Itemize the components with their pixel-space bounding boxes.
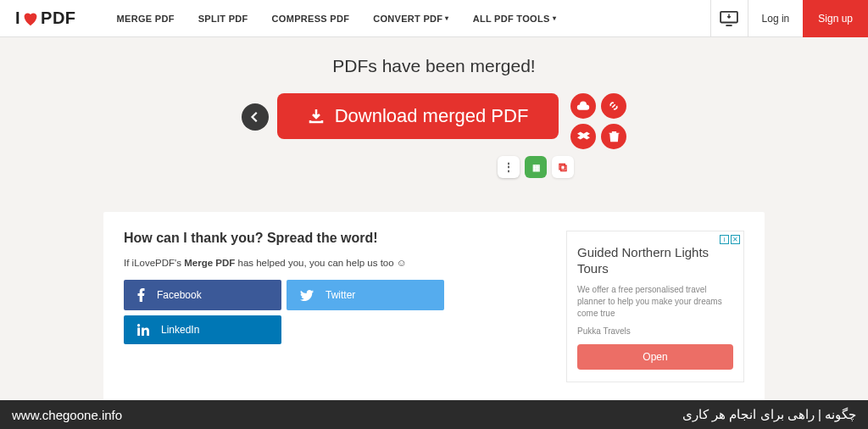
ad-info-icon: i [720, 235, 729, 244]
logo-text-left: I [15, 8, 20, 28]
chevron-down-icon: ▾ [553, 14, 556, 22]
logo-text-right: PDF [41, 8, 76, 28]
card-text: If iLovePDF's Merge PDF has helped you, … [124, 258, 549, 268]
download-button[interactable]: Download merged PDF [277, 93, 559, 139]
ad-title[interactable]: Guided Northern Lights Tours [577, 245, 733, 277]
facebook-icon [137, 288, 145, 302]
page-title: PDFs have been merged! [0, 56, 868, 76]
small-actions: ⋮ ▦ ⧉ [203, 156, 868, 178]
footer: www.chegoone.info چگونه | راهی برای انجا… [0, 400, 868, 429]
ad-description: We offer a free personalised travel plan… [577, 284, 733, 320]
desktop-app-button[interactable] [710, 0, 748, 37]
ad-open-button[interactable]: Open [577, 344, 733, 370]
signup-button[interactable]: Sign up [803, 0, 868, 37]
ad-brand: Pukka Travels [577, 326, 733, 336]
more-options-button[interactable]: ⋮ [498, 156, 520, 178]
link-icon [608, 100, 620, 112]
dropbox-icon [577, 131, 590, 142]
monitor-download-icon [720, 11, 738, 26]
download-label: Download merged PDF [335, 105, 529, 127]
linkedin-icon [137, 324, 149, 336]
facebook-share-button[interactable]: Facebook [124, 280, 281, 310]
card-left: How can I thank you? Spread the word! If… [124, 231, 549, 382]
logo[interactable]: I PDF [0, 8, 92, 28]
chevron-down-icon: ▾ [445, 14, 448, 22]
action-row: Download merged PDF [0, 93, 868, 149]
main: PDFs have been merged! Download merged P… [0, 37, 868, 401]
footer-url: www.chegoone.info [12, 408, 122, 422]
header: I PDF MERGE PDF SPLIT PDF COMPRESS PDF C… [0, 0, 868, 37]
thank-you-card: How can I thank you? Spread the word! If… [103, 212, 765, 401]
linkedin-share-button[interactable]: LinkedIn [124, 315, 281, 344]
login-button[interactable]: Log in [748, 0, 804, 37]
download-icon [308, 108, 325, 125]
twitter-share-button[interactable]: Twitter [287, 280, 444, 310]
ad-badge[interactable]: i✕ [720, 235, 740, 244]
back-button[interactable] [242, 103, 269, 131]
nav-all-tools[interactable]: ALL PDF TOOLS▾ [473, 14, 556, 24]
dropbox-button[interactable] [570, 124, 596, 149]
twitter-icon [300, 290, 314, 301]
copy-button[interactable]: ⧉ [552, 156, 574, 178]
side-buttons [570, 93, 626, 149]
nav-compress[interactable]: COMPRESS PDF [272, 14, 350, 24]
share-buttons: Facebook Twitter LinkedIn [124, 280, 549, 344]
nav-merge[interactable]: MERGE PDF [117, 14, 175, 24]
nav-convert[interactable]: CONVERT PDF▾ [373, 14, 448, 24]
qr-button[interactable]: ▦ [525, 156, 547, 178]
grid-icon: ▦ [532, 163, 540, 172]
card-title: How can I thank you? Spread the word! [124, 231, 549, 246]
footer-tagline: چگونه | راهی برای انجام هر کاری [682, 407, 856, 422]
ad-close-icon: ✕ [731, 235, 740, 244]
header-right: Log in Sign up [710, 0, 868, 36]
trash-icon [609, 131, 620, 142]
nav-split[interactable]: SPLIT PDF [198, 14, 248, 24]
google-drive-button[interactable] [570, 93, 596, 119]
dots-vertical-icon: ⋮ [503, 160, 515, 174]
delete-button[interactable] [601, 124, 626, 149]
copy-icon: ⧉ [559, 160, 567, 175]
link-button[interactable] [601, 93, 626, 119]
nav: MERGE PDF SPLIT PDF COMPRESS PDF CONVERT… [117, 14, 556, 24]
heart-icon [22, 11, 39, 26]
cloud-icon [576, 101, 590, 111]
arrow-left-icon [249, 111, 261, 123]
ad-box: i✕ Guided Northern Lights Tours We offer… [566, 231, 744, 382]
